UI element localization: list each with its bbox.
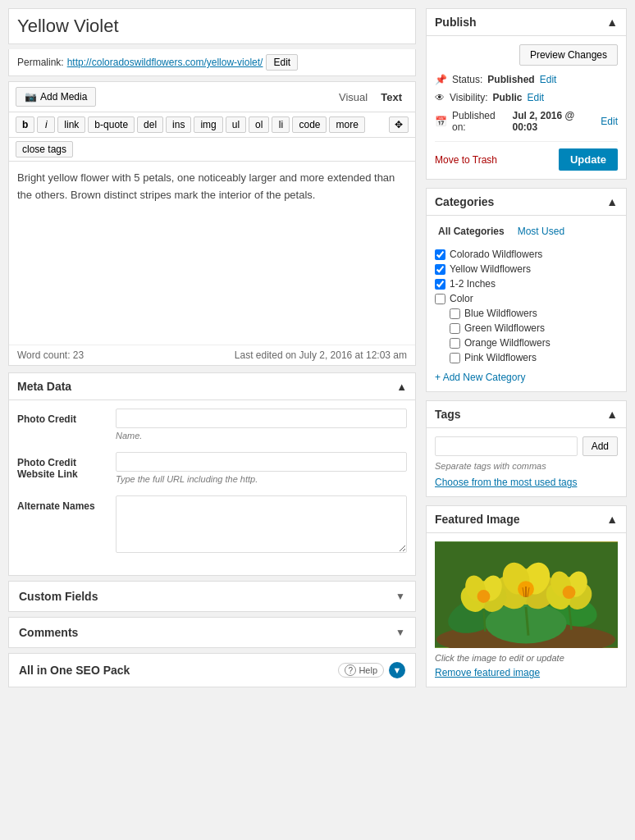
cat-item-pink: Pink Wildflowers	[435, 350, 618, 365]
photo-credit-content: Name.	[116, 409, 407, 441]
tab-visual[interactable]: Visual	[332, 89, 374, 105]
seo-collapse-btn[interactable]: ▼	[389, 662, 405, 678]
cat-checkbox-blue[interactable]	[450, 308, 460, 319]
format-ol[interactable]: ol	[249, 116, 269, 133]
cat-label-12inches: 1-2 Inches	[450, 278, 496, 290]
featured-image[interactable]	[435, 541, 618, 648]
photo-credit-input[interactable]	[116, 409, 407, 428]
post-title-wrapper	[8, 8, 416, 44]
tag-input[interactable]	[435, 436, 578, 456]
format-link[interactable]: link	[57, 116, 85, 133]
publish-collapse-icon: ▲	[606, 16, 618, 29]
published-edit-link[interactable]: Edit	[601, 116, 618, 127]
word-count: Word count: 23	[17, 349, 84, 361]
choose-tags-link[interactable]: Choose from the most used tags	[435, 477, 577, 488]
tags-input-row: Add	[435, 436, 618, 456]
add-media-button[interactable]: 📷 Add Media	[16, 87, 96, 107]
format-more[interactable]: more	[329, 116, 364, 133]
custom-fields-section: Custom Fields ▼	[8, 581, 416, 612]
cat-item-orange: Orange Wildflowers	[435, 336, 618, 350]
alternate-names-input[interactable]	[116, 495, 407, 553]
preview-changes-button[interactable]: Preview Changes	[519, 44, 618, 66]
format-code[interactable]: code	[292, 116, 327, 133]
format-bold[interactable]: b	[16, 116, 34, 133]
publish-panel: Publish ▲ Preview Changes 📌 Status: Publ…	[426, 8, 627, 180]
cat-checkbox-color[interactable]	[435, 294, 445, 304]
tab-all-categories[interactable]: All Categories	[435, 224, 508, 239]
featured-image-hint: Click the image to edit or update	[435, 653, 618, 663]
publish-title: Publish	[435, 16, 477, 29]
categories-title: Categories	[435, 195, 494, 208]
alternate-names-content	[116, 495, 407, 555]
alternate-names-label: Alternate Names	[17, 495, 107, 512]
category-list: Colorado Wildflowers Yellow Wildflowers …	[435, 247, 618, 365]
photo-credit-url-input[interactable]	[116, 452, 407, 472]
tags-title: Tags	[435, 408, 461, 421]
update-button[interactable]: Update	[559, 148, 618, 171]
visibility-icon: 👁	[435, 92, 445, 103]
visibility-edit-link[interactable]: Edit	[527, 92, 544, 103]
comments-title: Comments	[19, 626, 78, 639]
status-label: Status:	[452, 74, 482, 85]
post-title-input[interactable]	[17, 16, 407, 37]
categories-header[interactable]: Categories ▲	[427, 189, 626, 216]
custom-fields-title: Custom Fields	[19, 590, 98, 603]
visibility-value: Public	[492, 92, 522, 103]
custom-fields-header[interactable]: Custom Fields ▼	[9, 582, 415, 611]
status-row: 📌 Status: Published Edit	[435, 74, 618, 85]
format-img[interactable]: img	[194, 116, 222, 133]
svg-point-19	[477, 590, 491, 603]
cat-checkbox-green[interactable]	[450, 323, 460, 334]
status-edit-link[interactable]: Edit	[540, 74, 557, 85]
format-bquote[interactable]: b-quote	[88, 116, 135, 133]
cat-checkbox-orange[interactable]	[450, 338, 460, 349]
seo-header[interactable]: All in One SEO Pack ? Help ▼	[9, 654, 415, 687]
kitchen-sink-button[interactable]: ✥	[389, 116, 409, 133]
move-to-trash-link[interactable]: Move to Trash	[435, 154, 497, 166]
cat-label-color: Color	[450, 293, 473, 304]
close-tags-button[interactable]: close tags	[16, 141, 73, 158]
help-label: Help	[359, 665, 377, 675]
svg-point-25	[563, 586, 576, 599]
alternate-names-row: Alternate Names	[17, 495, 407, 555]
format-del[interactable]: del	[137, 116, 163, 133]
meta-data-collapse-icon: ▲	[396, 381, 407, 393]
meta-data-header[interactable]: Meta Data ▲	[9, 373, 415, 400]
editor-format-bar: b i link b-quote del ins img ul ol li co…	[9, 112, 415, 138]
format-italic[interactable]: i	[37, 116, 55, 133]
tab-most-used[interactable]: Most Used	[514, 224, 568, 239]
format-ul[interactable]: ul	[226, 116, 246, 133]
editor-footer: Word count: 23 Last edited on July 2, 20…	[9, 345, 415, 365]
cat-label-orange: Orange Wildflowers	[464, 337, 550, 349]
seo-help-badge[interactable]: ? Help	[338, 663, 384, 678]
format-ins[interactable]: ins	[166, 116, 191, 133]
permalink-edit-button[interactable]: Edit	[266, 54, 298, 71]
tags-header[interactable]: Tags ▲	[427, 401, 626, 428]
published-row: 📅 Published on: Jul 2, 2016 @ 00:03 Edit	[435, 110, 618, 133]
photo-credit-url-row: Photo CreditWebsite Link Type the full U…	[17, 452, 407, 484]
cat-checkbox-pink[interactable]	[450, 353, 460, 363]
add-new-category-link[interactable]: + Add New Category	[435, 372, 618, 383]
categories-body: All Categories Most Used Colorado Wildfl…	[427, 216, 626, 391]
tab-text[interactable]: Text	[374, 89, 409, 105]
status-value: Published	[487, 74, 534, 85]
photo-credit-url-hint: Type the full URL including the http.	[116, 474, 407, 484]
comments-header[interactable]: Comments ▼	[9, 618, 415, 647]
tags-collapse-icon: ▲	[606, 408, 618, 421]
cat-label-colorado: Colorado Wildflowers	[450, 249, 542, 260]
published-label: Published on:	[452, 110, 507, 133]
seo-section: All in One SEO Pack ? Help ▼	[8, 653, 416, 687]
cat-checkbox-colorado[interactable]	[435, 249, 445, 260]
cat-checkbox-yellow[interactable]	[435, 264, 445, 275]
editor-content[interactable]: Bright yellow flower with 5 petals, one …	[9, 162, 415, 342]
featured-image-header[interactable]: Featured Image ▲	[427, 506, 626, 533]
cat-checkbox-12inches[interactable]	[435, 279, 445, 290]
publish-panel-header[interactable]: Publish ▲	[427, 9, 626, 36]
add-media-icon: 📷	[25, 91, 37, 103]
format-li[interactable]: li	[272, 116, 290, 133]
featured-image-panel: Featured Image ▲	[426, 505, 627, 687]
permalink-url[interactable]: http://coloradoswildflowers.com/yellow-v…	[67, 57, 263, 68]
add-tag-button[interactable]: Add	[582, 436, 618, 456]
remove-featured-image-link[interactable]: Remove featured image	[435, 667, 540, 678]
category-tabs: All Categories Most Used	[435, 224, 618, 239]
